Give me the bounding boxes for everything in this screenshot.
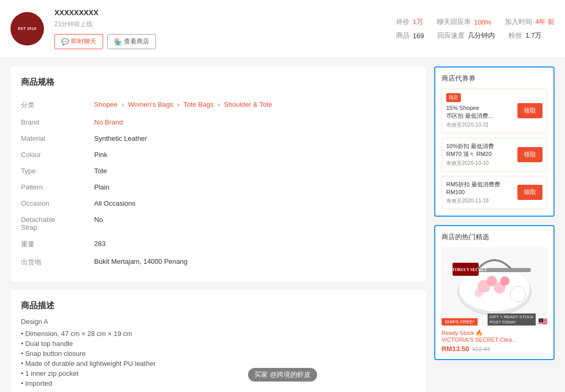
specs-card: 商品规格 分类 Shopee › Women's Bags › Tote Bag…	[10, 66, 426, 282]
spec-value-type: Tote	[94, 163, 415, 179]
coupon-item-2: 10%折扣 最低消费RM70 顶々 RM20 有效至2020-10-10 领取	[442, 138, 547, 172]
desc-item-6: Imported	[21, 378, 415, 388]
chat-icon: 💬	[61, 38, 69, 46]
right-column: 商店代券券 指定 15% Shopee币区拍 最低消费... 有效至2020-1…	[434, 66, 555, 392]
spec-row-weight: 重量 283	[21, 236, 415, 253]
chat-button[interactable]: 💬 即时聊天	[54, 34, 103, 49]
desc-item-5: 1 inner zip pocket	[21, 368, 415, 378]
left-column: 商品规格 分类 Shopee › Women's Bags › Tote Bag…	[10, 66, 426, 392]
view-shop-button[interactable]: 🏪 查看商店	[107, 34, 156, 49]
spec-value-colour: Pink	[94, 147, 415, 163]
spec-value-pattern: Plain	[94, 179, 415, 195]
popular-title: 商店的热门精选	[442, 232, 547, 242]
price-row: RM13.50 ¥22.43	[442, 345, 547, 353]
svg-point-6	[500, 276, 510, 286]
spec-row-material: Material Synthetic Leather	[21, 130, 415, 147]
spec-label-occasion: Occasion	[21, 195, 94, 211]
spec-value-origin: Bukit Mertajam, 14000 Penang	[94, 253, 415, 271]
breadcrumb-tote-bags[interactable]: Tote Bags	[184, 100, 214, 108]
coupon-desc-2: 10%折扣 最低消费RM70 顶々 RM20	[446, 142, 494, 159]
avatar: EST 2016	[10, 12, 44, 46]
description-title: 商品描述	[21, 300, 415, 311]
coupon-desc-1: 15% Shopee币区拍 最低消费...	[446, 104, 493, 120]
desc-item-1: Dimension, 47 cm × 28 cm × 19 cm	[21, 329, 415, 339]
coupon-card: 商店代券券 指定 15% Shopee币区拍 最低消费... 有效至2020-1…	[434, 66, 555, 217]
price-main: RM13.50	[442, 345, 469, 353]
svg-point-7	[474, 289, 483, 297]
desc-item-2: Dual top handle	[21, 339, 415, 349]
desc-item-3: Snap button closure	[21, 349, 415, 359]
claim-button-3[interactable]: 领取	[517, 185, 543, 200]
spec-label-pattern: Pattern	[21, 179, 94, 195]
spec-value-material: Synthetic Leather	[94, 130, 415, 147]
product-image-wrap[interactable]: VICTORIA'S SECRET SHIPS FREE* GIFT + REA…	[442, 247, 547, 326]
coupon-badge-1: 指定	[446, 93, 461, 102]
coupon-expiry-1: 有效至2020-10-31	[446, 121, 493, 129]
coupon-expiry-3: 有效至2020-11-18	[446, 197, 500, 205]
spec-row-category: 分类 Shopee › Women's Bags › Tote Bags › S…	[21, 96, 415, 114]
claim-button-2[interactable]: 领取	[517, 147, 543, 162]
coupon-title: 商店代券券	[442, 74, 547, 83]
ships-free-badge: SHIPS FREE*	[442, 318, 478, 326]
product-name: Ready Stock 🔥 VICTORIA'S SECRET Clea...	[442, 330, 547, 343]
spec-label-strap: DetachableStrap	[21, 211, 94, 236]
spec-value-category: Shopee › Women's Bags › Tote Bags › Shou…	[94, 96, 415, 114]
spec-value-strap: No	[94, 211, 415, 236]
main-layout: 商品规格 分类 Shopee › Women's Bags › Tote Bag…	[0, 58, 565, 392]
seller-name: XXXXXXXXX	[54, 8, 156, 17]
description-card: 商品描述 Design A Dimension, 47 cm × 28 cm ×…	[10, 290, 426, 392]
breadcrumb-shopee[interactable]: Shopee	[94, 100, 118, 108]
spec-row-type: Type Tote	[21, 163, 415, 179]
stat-group-left: 评价 1万 聊天回应率 100% 加入时间 4年 前 商品 169 回应速度 几…	[396, 17, 555, 40]
specs-title: 商品规格	[21, 77, 415, 88]
seller-status: 21分钟前上线	[54, 20, 156, 29]
desc-item-4: Made of durable and lightweight PU leath…	[21, 359, 415, 368]
spec-value-occasion: All Occasions	[94, 195, 415, 211]
flag-badge: 🇲🇾	[538, 317, 547, 326]
coupon-item-3: RM5折扣 最低消费费RM100 有效至2020-11-18 领取	[442, 176, 547, 210]
coupon-desc-3: RM5折扣 最低消费费RM100	[446, 181, 500, 197]
breadcrumb-womens-bags[interactable]: Women's Bags	[128, 100, 173, 108]
shop-icon: 🏪	[114, 38, 122, 46]
spec-row-strap: DetachableStrap No	[21, 211, 415, 236]
price-original: ¥22.43	[472, 346, 490, 352]
spec-value-brand: No Brand	[94, 114, 415, 130]
description-list: Dimension, 47 cm × 28 cm × 19 cm Dual to…	[21, 329, 415, 388]
seller-actions: 💬 即时聊天 🏪 查看商店	[54, 34, 156, 49]
spec-value-weight: 283	[94, 236, 415, 253]
spec-row-pattern: Pattern Plain	[21, 179, 415, 195]
coupon-item-1: 指定 15% Shopee币区拍 最低消费... 有效至2020-10-31 领…	[442, 88, 547, 133]
spec-label-material: Material	[21, 130, 94, 147]
spec-row-occasion: Occasion All Occasions	[21, 195, 415, 211]
spec-label-category: 分类	[21, 96, 94, 114]
popular-card: 商店的热门精选	[434, 225, 555, 360]
spec-label-type: Type	[21, 163, 94, 179]
spec-table: 分类 Shopee › Women's Bags › Tote Bags › S…	[21, 96, 415, 271]
seller-stats: 评价 1万 聊天回应率 100% 加入时间 4年 前 商品 169 回应速度 几…	[396, 17, 555, 40]
spec-row-colour: Colour Pink	[21, 147, 415, 163]
claim-button-1[interactable]: 领取	[517, 103, 543, 118]
design-label: Design A	[21, 318, 415, 326]
gift-badge: GIFT + READY STOCKPOST TODAY	[488, 313, 536, 326]
spec-label-colour: Colour	[21, 147, 94, 163]
seller-bar: EST 2016 XXXXXXXXX 21分钟前上线 💬 即时聊天 🏪 查看商店…	[0, 0, 565, 58]
spec-label-origin: 出货地	[21, 253, 94, 271]
stat-rating: 评价 1万 聊天回应率 100% 加入时间 4年 前	[396, 17, 555, 27]
spec-row-brand: Brand No Brand	[21, 114, 415, 130]
stat-products: 商品 169 回应速度 几分钟内 粉丝 1.7万	[396, 31, 555, 40]
svg-text:VICTORIA'S SECRET: VICTORIA'S SECRET	[444, 267, 487, 272]
breadcrumb-shoulder-tote[interactable]: Shoulder & Tote	[224, 100, 272, 108]
spec-label-brand: Brand	[21, 114, 94, 130]
seller-info: XXXXXXXXX 21分钟前上线 💬 即时聊天 🏪 查看商店	[54, 8, 156, 49]
spec-label-weight: 重量	[21, 236, 94, 253]
coupon-expiry-2: 有效至2020-10-10	[446, 160, 494, 167]
spec-row-origin: 出货地 Bukit Mertajam, 14000 Penang	[21, 253, 415, 271]
